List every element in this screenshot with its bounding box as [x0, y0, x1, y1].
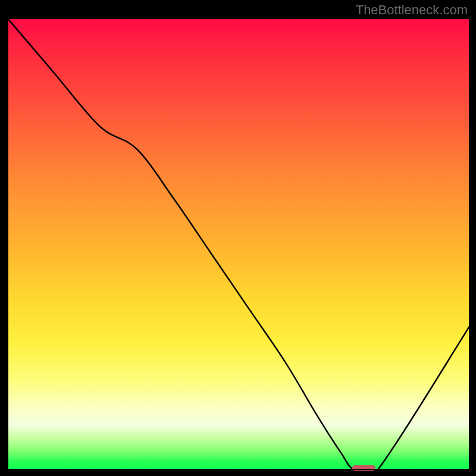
optimum-marker [352, 465, 375, 471]
watermark-text: TheBottleneck.com [356, 2, 468, 18]
bottleneck-curve-line [7, 18, 470, 470]
chart-area [7, 18, 470, 470]
